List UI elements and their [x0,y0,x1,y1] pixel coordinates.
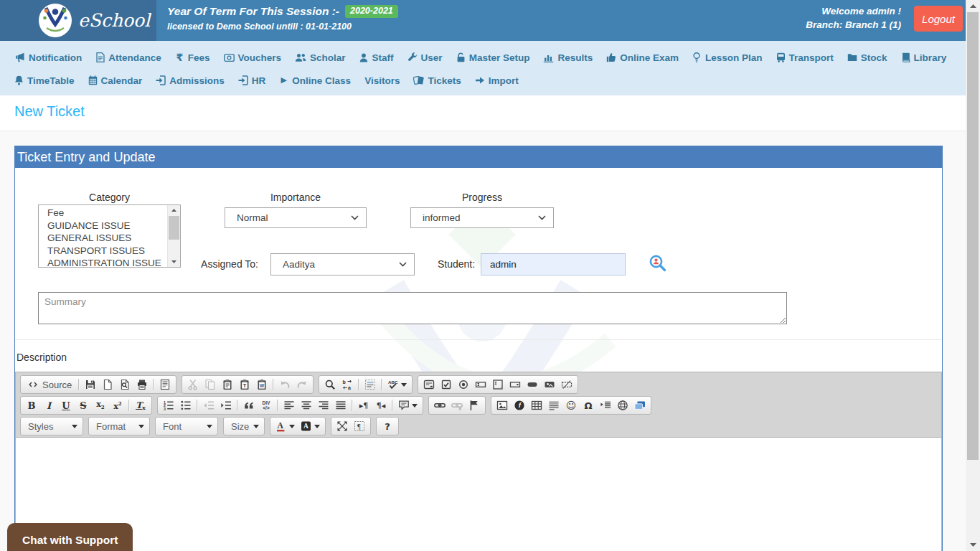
horizontal-rule-button[interactable] [545,397,562,414]
preview-button[interactable] [116,376,133,393]
logout-button[interactable]: Logout [914,6,963,32]
importance-select[interactable]: Normal [225,207,367,228]
nav-visitors[interactable]: Visitors [364,75,400,86]
category-option[interactable]: GENERAL ISSUES [47,232,168,245]
div-container-button[interactable]: DIV</> [258,397,275,414]
flash-button[interactable]: f [511,397,528,414]
table-button[interactable] [528,397,545,414]
image-button-button[interactable] [541,376,558,393]
subscript-button[interactable]: x2 [92,397,109,414]
strike-button[interactable]: S [75,397,92,414]
blockquote-button[interactable] [240,397,258,414]
select-field-button[interactable] [507,376,524,393]
summary-textarea[interactable] [38,292,787,324]
hidden-field-button[interactable] [558,376,575,393]
nav-hr[interactable]: HR [238,75,266,86]
paste-word-button[interactable]: W [253,376,270,393]
category-option[interactable]: Fee [47,207,168,220]
button-field-button[interactable] [524,376,541,393]
remove-format-button[interactable]: Tx [132,397,149,414]
nav-staff[interactable]: Staff [359,52,394,63]
search-student-icon[interactable] [648,254,668,274]
nav-user[interactable]: User [407,52,443,63]
spellcheck-button[interactable]: ABC [385,376,410,393]
checkbox-button[interactable] [438,376,455,393]
select-all-button[interactable] [362,376,379,393]
size-combo[interactable]: Size [223,417,265,435]
paste-text-button[interactable]: T [236,376,253,393]
window-scrollbar-thumb[interactable] [967,12,979,460]
superscript-button[interactable]: x2 [109,397,126,414]
text-color-button[interactable]: A [273,418,298,435]
paste-button[interactable] [219,376,236,393]
listbox-scrollbar[interactable] [167,205,180,267]
bidi-rtl-button[interactable]: ¶◂ [372,397,390,414]
new-page-button[interactable] [99,376,116,393]
scroll-up-icon[interactable] [168,205,180,215]
progress-select[interactable]: informed [410,207,554,228]
nav-master-setup[interactable]: Master Setup [456,52,530,63]
nav-transport[interactable]: Transport [776,52,834,63]
nav-admissions[interactable]: Admissions [156,75,225,86]
italic-button[interactable]: I [40,397,57,414]
editor-content[interactable] [16,437,941,551]
indent-button[interactable] [217,397,235,414]
underline-button[interactable]: U [57,397,75,414]
image-button[interactable] [494,397,511,414]
language-button[interactable] [395,397,420,414]
align-justify-button[interactable] [332,397,349,414]
font-combo[interactable]: Font [155,417,218,435]
show-blocks-button[interactable]: ¶ [351,418,368,435]
textarea-field-button[interactable] [489,376,507,393]
brand-block[interactable]: eSchool [0,0,156,41]
nav-timetable[interactable]: TimeTable [14,75,75,86]
link-button[interactable] [431,397,448,414]
bidi-ltr-button[interactable]: ▸¶ [355,397,372,414]
nav-fees[interactable]: ₹Fees [175,52,210,63]
align-right-button[interactable] [315,397,332,414]
nav-online-exam[interactable]: Online Exam [606,52,679,63]
source-button[interactable]: Source [23,376,76,393]
nav-calendar[interactable]: Calendar [88,75,143,86]
nav-tickets[interactable]: Tickets [413,75,461,86]
bold-button[interactable]: B [23,397,40,414]
bg-color-button[interactable]: A [298,418,323,435]
nav-import[interactable]: Import [475,75,519,86]
nav-lesson-plan[interactable]: Lesson Plan [692,52,763,63]
find-button[interactable] [321,376,339,393]
chat-with-support-button[interactable]: Chat with Support [7,523,133,551]
nav-online-class[interactable]: ▶Online Class [279,75,351,86]
category-option[interactable]: GUIDANCE ISSUE [47,220,168,232]
styles-combo[interactable]: Styles [20,417,83,435]
listbox-scrollbar-thumb[interactable] [169,216,179,240]
templates-button[interactable] [156,376,174,393]
nav-notification[interactable]: Notification [14,52,82,63]
category-listbox[interactable]: FeeGUIDANCE ISSUEGENERAL ISSUESTRANSPORT… [38,204,181,268]
nav-attendance[interactable]: Attendance [95,52,161,63]
align-center-button[interactable] [298,397,315,414]
nav-library[interactable]: Library [901,52,947,63]
form-button[interactable] [420,376,438,393]
nav-vouchers[interactable]: Vouchers [224,52,282,63]
media-embed-button[interactable] [631,397,649,414]
scroll-up-button[interactable] [966,0,980,12]
maximize-button[interactable] [334,418,351,435]
category-option[interactable]: TRANSPORT ISSUES [47,245,168,258]
category-option[interactable]: ADMINISTRATION ISSUE [47,257,168,267]
text-field-button[interactable] [472,376,489,393]
iframe-button[interactable] [614,397,631,414]
numbered-list-button[interactable]: 123 [160,397,177,414]
replace-button[interactable]: ba [339,376,356,393]
radio-button[interactable] [455,376,472,393]
bulleted-list-button[interactable] [177,397,194,414]
special-char-button[interactable]: Ω [580,397,597,414]
about-help-button[interactable]: ? [379,418,396,435]
nav-results[interactable]: Results [543,52,593,63]
page-break-button[interactable] [597,397,614,414]
window-scrollbar[interactable] [966,0,980,551]
align-left-button[interactable] [281,397,298,414]
format-combo[interactable]: Format [88,417,150,435]
scroll-down-icon[interactable] [168,257,180,267]
print-button[interactable] [133,376,151,393]
save-button[interactable] [82,376,99,393]
